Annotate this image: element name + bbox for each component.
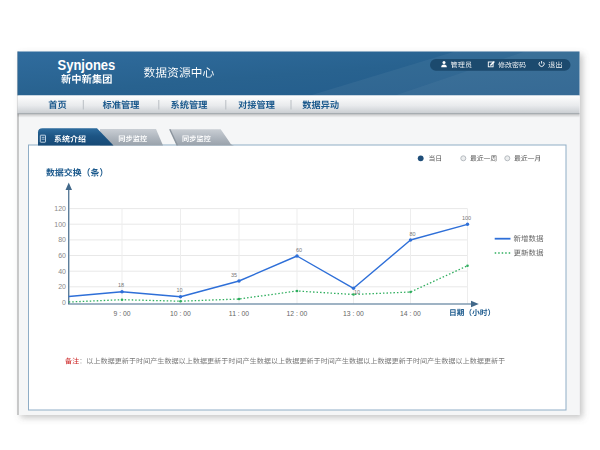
svg-text:80: 80 — [58, 236, 66, 243]
svg-text:18: 18 — [118, 282, 124, 288]
svg-text:14 : 00: 14 : 00 — [400, 310, 421, 317]
svg-text:35: 35 — [231, 272, 237, 278]
svg-text:40: 40 — [58, 268, 66, 275]
svg-text:0: 0 — [62, 299, 66, 306]
svg-text:10: 10 — [354, 289, 360, 295]
svg-text:10: 10 — [176, 287, 182, 293]
svg-text:60: 60 — [296, 247, 302, 253]
svg-text:Synjones: Synjones — [58, 56, 116, 73]
svg-text:12 : 00: 12 : 00 — [287, 310, 308, 317]
svg-text:13 : 00: 13 : 00 — [343, 310, 364, 317]
svg-text:20: 20 — [58, 283, 66, 290]
svg-text:100: 100 — [54, 221, 66, 228]
svg-text:100: 100 — [462, 215, 471, 221]
svg-text:120: 120 — [54, 205, 66, 212]
svg-text:9 : 00: 9 : 00 — [113, 310, 130, 317]
svg-text:60: 60 — [58, 252, 66, 259]
svg-text:11 : 00: 11 : 00 — [229, 310, 250, 317]
svg-text:80: 80 — [409, 231, 415, 237]
svg-text:10 : 00: 10 : 00 — [170, 310, 191, 317]
